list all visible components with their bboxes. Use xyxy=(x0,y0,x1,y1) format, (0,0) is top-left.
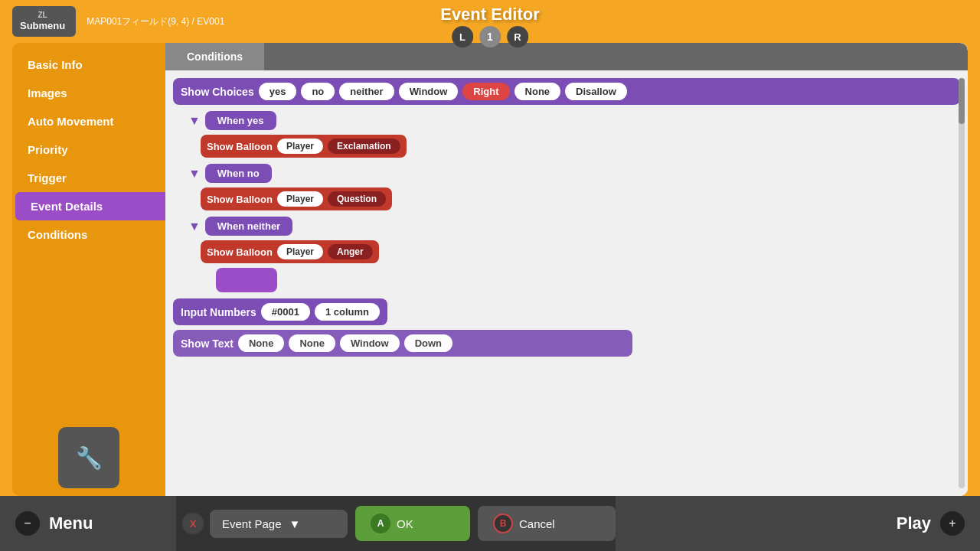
event-page-dropdown[interactable]: Event Page ▼ xyxy=(210,510,348,538)
ok-button[interactable]: A OK xyxy=(355,506,470,541)
chevron-down-icon: ▼ xyxy=(289,517,301,530)
add-placeholder-neither xyxy=(216,268,277,292)
collapse-arrow-yes[interactable]: ▼ xyxy=(188,114,201,128)
collapse-arrow-no[interactable]: ▼ xyxy=(188,167,201,181)
submenu-button[interactable]: ZL Submenu xyxy=(12,6,76,37)
main-layout: Basic Info Images Auto Movement Priority… xyxy=(12,43,968,496)
page-nav: L 1 R xyxy=(452,26,528,47)
balloon-type-neither[interactable]: Anger xyxy=(328,244,373,259)
show-choices-row: Show Choices yes no neither Window Right… xyxy=(173,78,960,105)
play-plus-icon: + xyxy=(940,511,965,536)
when-neither-header: ▼ When neither xyxy=(188,217,960,236)
a-button-icon: A xyxy=(371,514,390,533)
input-numbers-label: Input Numbers xyxy=(181,306,256,318)
when-neither-action: Show Balloon Player Anger xyxy=(201,240,379,263)
balloon-target-no[interactable]: Player xyxy=(277,191,323,207)
show-choices-label: Show Choices xyxy=(181,86,254,98)
submenu-label: Submenu xyxy=(20,20,65,32)
bottom-bar: − Menu X Event Page ▼ A OK B Cancel Play… xyxy=(0,496,980,551)
play-label: Play xyxy=(897,514,931,533)
input-numbers-columns[interactable]: 1 column xyxy=(315,303,380,321)
title-area: Event Editor L 1 R xyxy=(440,5,540,47)
play-button[interactable]: Play + xyxy=(616,496,980,551)
balloon-type-no[interactable]: Question xyxy=(328,191,386,207)
when-no-block: ▼ When no Show Balloon Player Question xyxy=(188,164,960,210)
sidebar-item-conditions[interactable]: Conditions xyxy=(12,220,165,249)
cancel-label: Cancel xyxy=(519,517,555,530)
scroll-thumb xyxy=(959,78,965,124)
x-button-icon: X xyxy=(182,513,204,534)
balloon-target-neither[interactable]: Player xyxy=(277,244,323,259)
zl-label: ZL xyxy=(38,11,47,20)
add-icon: 🔧 xyxy=(76,445,103,471)
when-yes-block: ▼ When yes Show Balloon Player Exclamati… xyxy=(188,111,960,158)
show-text-opt3[interactable]: Window xyxy=(340,334,400,352)
sidebar-item-auto-movement[interactable]: Auto Movement xyxy=(12,107,165,135)
content-tabs: Conditions xyxy=(165,43,968,70)
when-yes-label: When yes xyxy=(205,111,276,130)
when-yes-action: Show Balloon Player Exclamation xyxy=(201,135,407,158)
choice-neither[interactable]: neither xyxy=(339,83,394,100)
ok-label: OK xyxy=(397,517,413,530)
input-numbers-id[interactable]: #0001 xyxy=(261,303,310,321)
collapse-arrow-neither[interactable]: ▼ xyxy=(188,220,201,233)
page-number: 1 xyxy=(479,26,501,47)
balloon-type-yes[interactable]: Exclamation xyxy=(328,139,400,154)
sidebar-item-trigger[interactable]: Trigger xyxy=(12,164,165,192)
b-button-icon: B xyxy=(493,514,513,533)
sidebar: Basic Info Images Auto Movement Priority… xyxy=(12,43,165,496)
input-numbers-row: Input Numbers #0001 1 column xyxy=(173,298,387,325)
event-content: Show Choices yes no neither Window Right… xyxy=(165,70,968,496)
choice-yes[interactable]: yes xyxy=(259,83,297,100)
when-no-label: When no xyxy=(205,164,272,183)
sidebar-item-basic-info[interactable]: Basic Info xyxy=(12,51,165,79)
menu-label: Menu xyxy=(49,514,93,533)
sidebar-item-event-details[interactable]: Event Details xyxy=(15,192,165,220)
show-balloon-label-neither: Show Balloon xyxy=(207,246,273,258)
when-neither-block: ▼ When neither Show Balloon Player Anger xyxy=(188,217,960,292)
balloon-target-yes[interactable]: Player xyxy=(277,139,323,154)
sidebar-item-images[interactable]: Images xyxy=(12,79,165,107)
menu-minus-icon: − xyxy=(15,511,40,536)
show-text-opt4[interactable]: Down xyxy=(404,334,452,352)
page-title: Event Editor xyxy=(440,5,540,24)
tab-conditions[interactable]: Conditions xyxy=(165,43,264,70)
choice-window[interactable]: Window xyxy=(399,83,459,100)
when-no-action: Show Balloon Player Question xyxy=(201,187,392,210)
page-left-button[interactable]: L xyxy=(452,26,473,47)
sidebar-item-priority[interactable]: Priority xyxy=(12,135,165,164)
page-right-button[interactable]: R xyxy=(507,26,528,47)
show-balloon-label-no: Show Balloon xyxy=(207,194,273,205)
choice-no[interactable]: no xyxy=(301,83,335,100)
top-bar: ZL Submenu MAP001フィールド(9, 4) / EV001 Eve… xyxy=(0,0,980,43)
scrollbar[interactable] xyxy=(959,78,965,488)
show-text-label: Show Text xyxy=(181,337,234,350)
when-no-header: ▼ When no xyxy=(188,164,960,183)
menu-button[interactable]: − Menu xyxy=(0,496,176,551)
cancel-button[interactable]: B Cancel xyxy=(478,506,616,541)
show-text-row: Show Text None None Window Down xyxy=(173,330,632,357)
show-balloon-label-yes: Show Balloon xyxy=(207,141,273,152)
add-item-button[interactable]: 🔧 xyxy=(58,427,119,488)
when-yes-header: ▼ When yes xyxy=(188,111,960,130)
content-area: Conditions Show Choices yes no neither W… xyxy=(165,43,968,496)
choice-none[interactable]: None xyxy=(514,83,561,100)
choice-disallow[interactable]: Disallow xyxy=(565,83,627,100)
show-text-opt2[interactable]: None xyxy=(289,334,335,352)
when-neither-label: When neither xyxy=(205,217,292,236)
event-page-label: Event Page xyxy=(222,517,282,530)
choice-right[interactable]: Right xyxy=(462,83,509,100)
breadcrumb: MAP001フィールド(9, 4) / EV001 xyxy=(87,15,224,28)
show-text-opt1[interactable]: None xyxy=(238,334,285,352)
